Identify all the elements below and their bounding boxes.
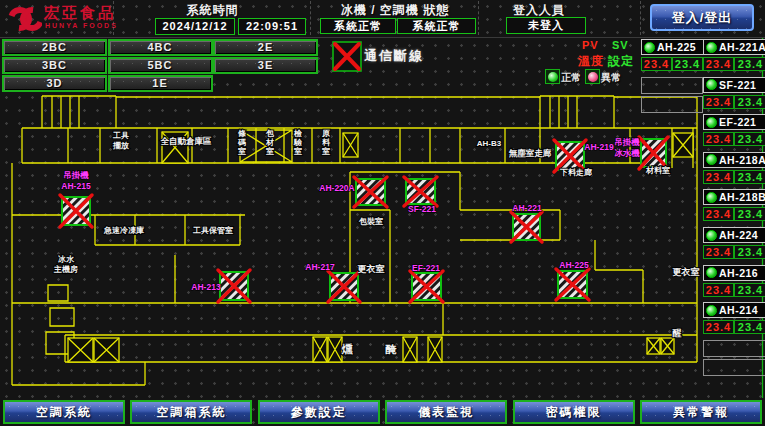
hunya-foods-logo bbox=[8, 3, 42, 34]
offline-unit-marker[interactable] bbox=[410, 271, 443, 302]
door-icon bbox=[403, 337, 417, 362]
unit-ah-216-sv: 23.4 bbox=[734, 283, 765, 297]
room-label: 原料室 bbox=[321, 129, 331, 156]
room-label: 更衣室 bbox=[673, 267, 700, 277]
room-label: 材料室 bbox=[645, 165, 670, 175]
unit-sf-221-sv: 23.4 bbox=[734, 95, 765, 109]
unit-ah-216-pv: 23.4 bbox=[703, 283, 734, 297]
unit-ah-218a-pv: 23.4 bbox=[703, 170, 734, 184]
logo-subtitle: HUNYA FOODS bbox=[45, 22, 118, 29]
status-led-icon bbox=[706, 305, 717, 316]
floor-button-3bc[interactable]: 3BC bbox=[2, 57, 107, 74]
unit-ah-218a[interactable]: AH-218A bbox=[703, 152, 765, 168]
room-label: 更衣室 bbox=[358, 264, 385, 274]
login-status: 未登入 bbox=[506, 17, 586, 34]
room-label: 條碼室 bbox=[237, 129, 246, 156]
floor-button-3d[interactable]: 3D bbox=[2, 75, 107, 92]
footer-button-1[interactable]: 空調系統 bbox=[3, 400, 125, 424]
offline-unit-marker[interactable] bbox=[511, 212, 542, 242]
room-label: 無塵室走廊 bbox=[508, 148, 552, 158]
equipment-label: 吊掛機AH-215 bbox=[61, 170, 91, 191]
unit-ah-225[interactable]: AH-225 bbox=[641, 39, 705, 55]
offline-unit-marker[interactable] bbox=[354, 177, 387, 207]
footer-button-5[interactable]: 密碼權限 bbox=[513, 400, 635, 424]
footer-button-6[interactable]: 異常警報 bbox=[640, 400, 762, 424]
equipment-label: SF-221 bbox=[408, 204, 436, 214]
empty-slot bbox=[703, 340, 765, 357]
footer-button-2[interactable]: 空調箱系統 bbox=[130, 400, 252, 424]
unit-ah-218b-sv: 23.4 bbox=[734, 207, 765, 221]
normal-led-icon bbox=[545, 69, 560, 84]
door-icon bbox=[343, 133, 358, 157]
unit-label: AH-214 bbox=[719, 304, 758, 316]
machine-status-label: 冰機 / 空調機 狀態 bbox=[312, 2, 478, 19]
unit-ah-225-sv: 23.4 bbox=[672, 57, 703, 71]
unit-ah-224-sv: 23.4 bbox=[734, 245, 765, 259]
status-led-icon bbox=[706, 79, 717, 90]
unit-ah-218b[interactable]: AH-218B bbox=[703, 189, 765, 205]
room-label: 冰水主機房 bbox=[53, 255, 78, 274]
floor-button-4bc[interactable]: 4BC bbox=[108, 39, 213, 56]
offline-unit-marker[interactable] bbox=[60, 195, 92, 227]
floor-button-2e[interactable]: 2E bbox=[213, 39, 318, 56]
equipment-label: AH-225 bbox=[559, 260, 589, 270]
unit-sf-221-pv: 23.4 bbox=[703, 95, 734, 109]
offline-unit-marker[interactable] bbox=[639, 137, 668, 169]
unit-ah-221a[interactable]: AH-221A bbox=[703, 39, 765, 55]
header-bar: 宏亞食品 HUNYA FOODS 系統時間 2024/12/12 22:09:5… bbox=[0, 0, 765, 38]
room-label: 下料走廊 bbox=[559, 167, 592, 177]
floor-button-5bc[interactable]: 5BC bbox=[108, 57, 213, 74]
unit-sf-221[interactable]: SF-221 bbox=[703, 77, 765, 93]
abnormal-legend-label: 異常 bbox=[601, 71, 621, 85]
unit-ah-225-pv: 23.4 bbox=[641, 57, 672, 71]
pv-sub-header: 溫度 bbox=[578, 53, 604, 70]
unit-ah-218a-sv: 23.4 bbox=[734, 170, 765, 184]
floor-button-2bc[interactable]: 2BC bbox=[2, 39, 107, 56]
unit-label: AH-221A bbox=[719, 41, 765, 53]
room-label: 全自動倉庫區 bbox=[160, 136, 213, 146]
time-display: 22:09:51 bbox=[238, 18, 306, 35]
offline-unit-marker[interactable] bbox=[328, 271, 360, 302]
floor-button-3e[interactable]: 3E bbox=[213, 57, 318, 74]
door-icon bbox=[94, 338, 119, 362]
normal-legend-label: 正常 bbox=[561, 71, 581, 85]
door-icon bbox=[661, 338, 674, 354]
pv-header: PV bbox=[582, 39, 599, 51]
empty-slot bbox=[641, 96, 703, 113]
equipment-label: AH-221 bbox=[512, 203, 542, 213]
unit-ah-224[interactable]: AH-224 bbox=[703, 227, 765, 243]
floor-button-1e[interactable]: 1E bbox=[108, 75, 213, 92]
unit-ah-216[interactable]: AH-216 bbox=[703, 265, 765, 281]
door-icon bbox=[673, 133, 693, 157]
hvac-scada-screen: { "header": { "logo_title": "宏亞食品", "log… bbox=[0, 0, 765, 426]
offline-unit-marker[interactable] bbox=[556, 269, 589, 300]
unit-ah-214-sv: 23.4 bbox=[734, 320, 765, 334]
equipment-label: AH-213 bbox=[191, 282, 221, 292]
unit-ah-221a-sv: 23.4 bbox=[734, 57, 765, 71]
door-icon bbox=[328, 337, 342, 362]
unit-label: AH-218B bbox=[719, 191, 765, 203]
empty-slot bbox=[641, 77, 703, 94]
offline-unit-marker[interactable] bbox=[404, 177, 437, 206]
status-led-icon bbox=[706, 42, 717, 53]
unit-ah-214[interactable]: AH-214 bbox=[703, 302, 765, 318]
status-led-icon bbox=[706, 267, 717, 278]
room-label: 燻 bbox=[341, 343, 354, 355]
date-display: 2024/12/12 bbox=[155, 18, 235, 35]
door-icon bbox=[428, 337, 442, 362]
equipment-label: AH-219 bbox=[584, 142, 614, 152]
room-label: 急速冷凍庫 bbox=[103, 225, 144, 235]
unit-ef-221[interactable]: EF-221 bbox=[703, 114, 765, 130]
unit-ef-221-sv: 23.4 bbox=[734, 132, 765, 146]
room-label: 檢驗室 bbox=[293, 129, 303, 156]
status-led-icon bbox=[706, 230, 717, 241]
equipment-label: 吊掛機冰水機 bbox=[614, 137, 640, 158]
login-logout-button[interactable]: 登入/登出 bbox=[650, 4, 754, 31]
footer-button-4[interactable]: 儀表監視 bbox=[385, 400, 507, 424]
footer-button-3[interactable]: 參數設定 bbox=[258, 400, 380, 424]
offline-unit-marker[interactable] bbox=[218, 270, 250, 302]
unit-ah-218b-pv: 23.4 bbox=[703, 207, 734, 221]
unit-ef-221-pv: 23.4 bbox=[703, 132, 734, 146]
room-label: 包裝室 bbox=[358, 216, 383, 226]
unit-ah-224-pv: 23.4 bbox=[703, 245, 734, 259]
